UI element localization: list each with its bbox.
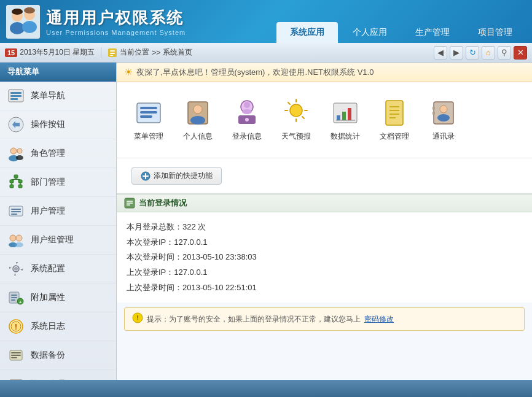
quick-item-doc-mgmt[interactable]: 文档管理 bbox=[370, 92, 419, 148]
svg-point-5 bbox=[12, 9, 23, 15]
login-status-title: 当前登录情况 bbox=[139, 198, 187, 209]
quick-item-menu-mgmt[interactable]: 菜单管理 bbox=[124, 92, 173, 148]
svg-point-19 bbox=[16, 155, 23, 160]
svg-point-6 bbox=[24, 7, 35, 13]
back-button[interactable]: ◀ bbox=[434, 46, 447, 60]
quick-label-doc-mgmt: 文档管理 bbox=[380, 131, 409, 142]
breadcrumb: 当前位置 >> 系统首页 bbox=[108, 47, 430, 58]
svg-point-16 bbox=[10, 148, 17, 154]
breadcrumb-separator: >> bbox=[152, 48, 160, 57]
tab-project-mgmt[interactable]: 项目管理 bbox=[464, 22, 526, 43]
refresh-button[interactable]: ↻ bbox=[466, 46, 479, 60]
sidebar-item-menu-nav[interactable]: 菜单导航 bbox=[0, 82, 116, 110]
svg-point-39 bbox=[14, 267, 18, 271]
date-badge: 15 bbox=[5, 48, 17, 57]
sidebar-item-user-mgmt[interactable]: 用户管理 bbox=[0, 197, 116, 226]
svg-text:+: + bbox=[19, 299, 22, 305]
svg-rect-9 bbox=[110, 53, 115, 54]
close-button[interactable]: ✕ bbox=[514, 46, 527, 60]
svg-point-4 bbox=[22, 21, 37, 33]
quick-item-personal-info[interactable]: 个人信息 bbox=[173, 92, 222, 148]
svg-rect-59 bbox=[140, 111, 157, 114]
warning-icon: ! bbox=[132, 312, 143, 326]
sidebar-item-sys-log[interactable]: ! 系统日志 bbox=[0, 312, 116, 341]
divider-1 bbox=[101, 47, 101, 58]
svg-rect-42 bbox=[11, 297, 17, 298]
quick-label-weather: 天气预报 bbox=[281, 131, 311, 142]
last-ip: 上次登录IP：127.0.0.1 bbox=[127, 265, 522, 280]
status-bar bbox=[0, 380, 532, 397]
sidebar-item-sys-config[interactable]: 系统配置 bbox=[0, 255, 116, 283]
password-change-link[interactable]: 密码修改 bbox=[364, 314, 394, 325]
login-info-icon bbox=[232, 98, 262, 128]
tab-system-app[interactable]: 系统应用 bbox=[276, 22, 338, 43]
tab-production-mgmt[interactable]: 生产管理 bbox=[402, 22, 463, 43]
svg-rect-22 bbox=[18, 180, 22, 183]
svg-rect-20 bbox=[14, 175, 18, 178]
header: 通用用户权限系统 User Permissions Management Sys… bbox=[0, 0, 532, 43]
quick-item-weather[interactable]: 天气预报 bbox=[272, 92, 321, 148]
login-status-header: 当前登录情况 bbox=[117, 194, 532, 212]
quick-item-login-info[interactable]: 登录信息 bbox=[222, 92, 272, 148]
resource-mgmt-icon bbox=[7, 376, 25, 380]
svg-point-69 bbox=[290, 104, 302, 117]
quick-item-data-stats[interactable]: 数据统计 bbox=[321, 92, 370, 148]
svg-rect-33 bbox=[11, 214, 17, 215]
sidebar-item-usergroup-mgmt[interactable]: 用户组管理 bbox=[0, 226, 116, 255]
warning-text: 提示：为了账号的安全，如果上面的登录情况不正常，建议您马上 bbox=[147, 314, 361, 325]
svg-point-34 bbox=[10, 235, 16, 241]
welcome-icon: ☀ bbox=[124, 66, 133, 78]
svg-rect-8 bbox=[110, 50, 115, 52]
svg-point-62 bbox=[194, 105, 202, 114]
welcome-bar: ☀ 夜深了,早点休息吧！管理员(system)，欢迎使用.NET权限系统 V1.… bbox=[117, 63, 532, 82]
search-button[interactable]: ⚲ bbox=[498, 46, 511, 60]
svg-rect-14 bbox=[10, 98, 18, 100]
svg-line-74 bbox=[288, 102, 290, 104]
current-login-time: 本次登录时间：2013-05-10 23:38:03 bbox=[127, 250, 522, 265]
add-feature-button[interactable]: 添加新的快捷功能 bbox=[131, 167, 222, 185]
svg-text:!: ! bbox=[15, 323, 17, 331]
home-button[interactable]: ⌂ bbox=[482, 46, 495, 60]
svg-rect-10 bbox=[110, 55, 113, 56]
sidebar-item-addon-props[interactable]: + 附加属性 bbox=[0, 283, 116, 312]
quick-label-contacts: 通讯录 bbox=[432, 131, 455, 142]
svg-point-87 bbox=[440, 106, 447, 113]
sidebar-item-dept-mgmt[interactable]: 部门管理 bbox=[0, 168, 116, 197]
svg-rect-27 bbox=[18, 185, 22, 188]
svg-point-68 bbox=[245, 118, 249, 121]
sidebar-item-op-btn[interactable]: 操作按钮 bbox=[0, 110, 116, 139]
sidebar-item-data-backup[interactable]: 数据备份 bbox=[0, 341, 116, 370]
svg-rect-58 bbox=[140, 107, 157, 109]
svg-point-65 bbox=[244, 102, 250, 108]
svg-rect-50 bbox=[11, 352, 21, 353]
quick-item-contacts[interactable]: 通讯录 bbox=[419, 92, 468, 148]
sidebar-label-data-backup: 数据备份 bbox=[31, 350, 65, 361]
sys-log-icon: ! bbox=[7, 318, 25, 335]
toolbar: 15 2013年5月10日 星期五 当前位置 >> 系统首页 ◀ ▶ ↻ ⌂ ⚲… bbox=[0, 43, 532, 63]
svg-rect-60 bbox=[140, 115, 152, 118]
sys-config-icon bbox=[7, 260, 25, 277]
current-ip: 本次登录IP：127.0.0.1 bbox=[127, 235, 522, 250]
sidebar-label-usergroup-mgmt: 用户组管理 bbox=[31, 234, 74, 245]
last-login-time: 上次登录时间：2013-05-10 22:51:01 bbox=[127, 280, 522, 296]
svg-line-25 bbox=[16, 179, 20, 180]
menu-mgmt-icon bbox=[134, 98, 163, 128]
sidebar-item-role-mgmt[interactable]: 角色管理 bbox=[0, 139, 116, 168]
tab-personal-app[interactable]: 个人应用 bbox=[339, 22, 401, 43]
sidebar-header: 导航菜单 bbox=[0, 63, 116, 82]
svg-rect-32 bbox=[11, 211, 21, 212]
svg-rect-90 bbox=[432, 112, 435, 115]
personal-info-icon bbox=[183, 98, 213, 128]
warning-bar: ! 提示：为了账号的安全，如果上面的登录情况不正常，建议您马上 密码修改 bbox=[124, 307, 525, 331]
forward-button[interactable]: ▶ bbox=[450, 46, 463, 60]
sidebar-label-sys-config: 系统配置 bbox=[31, 263, 65, 274]
svg-rect-26 bbox=[10, 185, 14, 188]
quick-label-data-stats: 数据统计 bbox=[331, 131, 360, 142]
role-mgmt-icon bbox=[7, 145, 25, 162]
sidebar-item-resource-mgmt[interactable]: 资源管理 bbox=[0, 370, 116, 380]
quick-access-panel: 菜单管理 个人信息 登录信息 天气预报 bbox=[117, 82, 532, 158]
weather-icon bbox=[281, 98, 311, 128]
svg-rect-12 bbox=[10, 92, 22, 94]
svg-point-18 bbox=[17, 148, 22, 153]
sidebar-label-dept-mgmt: 部门管理 bbox=[31, 177, 65, 188]
